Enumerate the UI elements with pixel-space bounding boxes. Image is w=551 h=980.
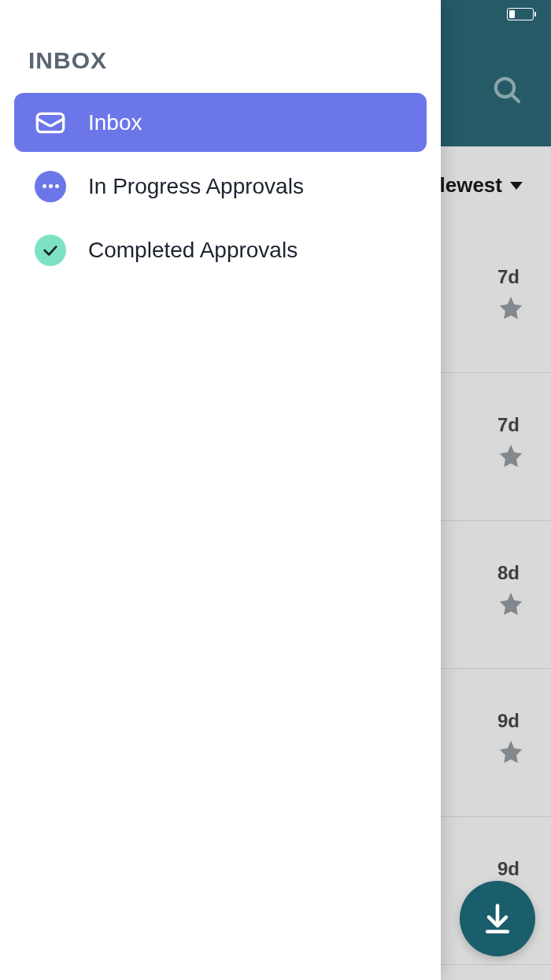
battery-level xyxy=(509,10,515,18)
check-icon xyxy=(33,233,68,268)
nav-label: Completed Approvals xyxy=(88,238,298,263)
status-bar xyxy=(0,0,551,28)
nav-label: In Progress Approvals xyxy=(88,174,304,199)
nav-item-in-progress[interactable]: In Progress Approvals xyxy=(14,157,427,216)
battery-icon xyxy=(507,8,534,20)
download-fab[interactable] xyxy=(460,881,535,956)
nav-item-completed[interactable]: Completed Approvals xyxy=(14,220,427,279)
navigation-drawer: INBOX Inbox In Progress Approvals xyxy=(0,0,441,980)
nav-label: Inbox xyxy=(88,110,142,135)
drawer-title: INBOX xyxy=(14,47,427,93)
svg-rect-4 xyxy=(37,113,63,131)
dots-icon xyxy=(33,169,68,204)
envelope-icon xyxy=(33,105,68,140)
nav-item-inbox[interactable]: Inbox xyxy=(14,93,427,152)
download-icon xyxy=(480,901,515,936)
app-root: lewest 7d 7d 8d xyxy=(0,0,551,980)
